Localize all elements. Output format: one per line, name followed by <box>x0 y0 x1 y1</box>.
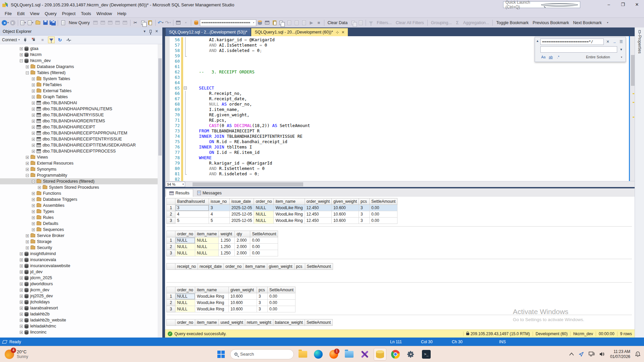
code-folding-margin[interactable]: − <box>183 36 187 181</box>
start-button[interactable] <box>215 348 227 361</box>
taskbar-clock[interactable]: 11:23 AM 01/07/2026 <box>610 349 630 359</box>
tree-item[interactable]: +Service Broker <box>0 233 162 239</box>
tree-item[interactable]: +dbo.TBLBANDHAIRECEIPTITEMUSEDKARIGAR <box>0 142 162 148</box>
tree-expander-icon[interactable]: + <box>32 210 35 213</box>
grid-cell[interactable]: 5 <box>209 218 230 224</box>
corner-cell[interactable] <box>167 231 175 237</box>
tree-item[interactable]: +dbo.TBLBANDHAIENTRYISSUE <box>0 112 162 118</box>
tree-item[interactable]: +jtcholidays <box>0 299 162 305</box>
find-expand-chevron-icon[interactable]: ▲ <box>536 39 539 43</box>
tree-item[interactable]: +hkcrm <box>0 52 162 58</box>
grid-cell[interactable]: 3 <box>359 218 370 224</box>
grid-splitter[interactable] <box>166 226 632 227</box>
column-header[interactable]: order_weight <box>305 198 331 205</box>
tree-expander-icon[interactable]: + <box>20 277 23 280</box>
panel-menu-icon[interactable]: ▾ <box>142 29 148 34</box>
row-number[interactable]: 3 <box>167 250 175 256</box>
grid-cell[interactable]: 3 <box>175 205 209 211</box>
tree-item[interactable]: +Views <box>0 154 162 160</box>
tree-item[interactable]: +jdworldtours <box>0 281 162 287</box>
tree-expander-icon[interactable]: + <box>32 89 35 93</box>
column-header[interactable]: issue_date <box>230 198 254 205</box>
minimize-button[interactable]: – <box>602 0 616 9</box>
horizontal-scrollbar-thumb[interactable] <box>193 182 303 186</box>
menu-help[interactable]: Help <box>115 10 129 17</box>
column-header[interactable]: SettleAmount <box>305 263 333 270</box>
grid-cell[interactable]: WoodLike Ring <box>195 306 229 312</box>
tree-item[interactable]: +jd_dev <box>0 269 162 275</box>
menu-query[interactable]: Query <box>42 10 59 17</box>
tree-expander-icon[interactable]: + <box>20 313 23 316</box>
column-header[interactable]: item_name <box>274 198 305 205</box>
grid-cell[interactable]: 0.00 <box>370 205 397 211</box>
tree-expander-icon[interactable]: + <box>32 114 35 117</box>
tree-item[interactable]: +dbo.TBLBANDHAIRECEIPTAPPROVALITEM <box>0 130 162 136</box>
settings-button[interactable] <box>405 348 417 361</box>
row-number[interactable]: 3 <box>167 218 175 224</box>
tree-item[interactable]: −Stored Procedures (filtered) <box>0 178 162 184</box>
column-header[interactable]: SettleAmount <box>268 287 296 293</box>
toolbar-overflow-icon[interactable]: ▾ <box>604 19 611 26</box>
find-next-icon[interactable]: → <box>612 40 617 44</box>
column-header[interactable]: item_name <box>195 319 219 326</box>
tree-expander-icon[interactable]: + <box>26 240 29 243</box>
grid-cell[interactable]: NULL <box>175 300 195 306</box>
toggle-bookmark-button[interactable]: Toggle Bookmark <box>494 20 531 25</box>
grid-cell[interactable]: 1.250 <box>219 250 235 256</box>
grid-cell[interactable]: 12.450 <box>305 211 331 218</box>
grid-cell[interactable]: NULL <box>175 293 195 300</box>
grid-cell[interactable]: 10.600 <box>229 300 257 306</box>
grid-splitter[interactable] <box>166 315 632 315</box>
tree-expander-icon[interactable]: + <box>20 258 23 261</box>
tree-expander-icon[interactable]: + <box>32 228 35 231</box>
find-input[interactable]: =====================*/ <box>540 39 604 45</box>
tree-item[interactable]: +dbo.TBLBANDHAIORDERITEMS <box>0 118 162 124</box>
tree-item[interactable]: +ladakhb2b_website <box>0 317 162 323</box>
tree-expander-icon[interactable]: + <box>20 53 23 56</box>
tree-item[interactable]: +Storage <box>0 239 162 245</box>
tree-expander-icon[interactable]: + <box>32 150 35 153</box>
grid-cell[interactable]: 3 <box>257 300 268 306</box>
query-designer-icon[interactable] <box>175 19 182 26</box>
tree-expander-icon[interactable]: + <box>20 331 23 334</box>
grid-cell[interactable]: NULL <box>175 306 195 312</box>
tab-pin-icon[interactable]: ⊹ <box>336 30 339 35</box>
visual-studio-button[interactable] <box>358 348 371 361</box>
volume-icon[interactable] <box>599 352 605 357</box>
row-number[interactable]: 3 <box>167 306 175 312</box>
column-header[interactable]: receipt_date <box>198 263 224 270</box>
zoom-select[interactable]: 94 %▾ <box>166 182 185 187</box>
tree-expander-icon[interactable]: − <box>20 59 23 62</box>
menu-tools[interactable]: Tools <box>78 10 94 17</box>
tree-item[interactable]: +ladakhb2b <box>0 311 162 317</box>
column-header[interactable]: SettleAmount <box>250 231 278 237</box>
tree-expander-icon[interactable]: + <box>20 252 23 255</box>
open-file-icon[interactable] <box>35 19 41 26</box>
tree-item[interactable]: +External Tables <box>0 88 162 94</box>
tree-item[interactable]: −hkcrm_dev <box>0 58 162 64</box>
column-header[interactable]: given_weight <box>229 287 257 293</box>
tree-item[interactable]: +jkcrm_dev <box>0 287 162 293</box>
column-header[interactable]: receipt_no <box>175 263 198 270</box>
tab-properties[interactable]: Properties <box>637 35 642 54</box>
grid-cell[interactable]: WoodLike Ring <box>274 205 305 211</box>
tree-expander-icon[interactable]: + <box>32 192 35 195</box>
tree-item[interactable]: −Tables (filtered) <box>0 70 162 76</box>
connect-plug-icon[interactable] <box>22 37 29 43</box>
grid-cell[interactable]: WoodLike Ring <box>274 218 305 224</box>
code-editor[interactable]: 5657585960616263646566676869707172737475… <box>165 36 635 181</box>
paste-icon[interactable] <box>147 19 154 26</box>
grid-cell[interactable]: NULL <box>175 237 195 244</box>
row-number[interactable]: 1 <box>167 237 175 244</box>
tree-item[interactable]: +Defaults <box>0 221 162 227</box>
column-header[interactable]: BandhaiIssueId <box>175 198 209 205</box>
grid-cell[interactable]: NULL <box>175 244 195 250</box>
tree-expander-icon[interactable]: + <box>32 83 35 86</box>
grid-cell[interactable]: 3 <box>257 293 268 300</box>
grid-cell[interactable]: 2.000 <box>235 244 250 250</box>
location-arrow-icon[interactable] <box>579 352 584 357</box>
tree-expander-icon[interactable]: + <box>20 270 23 274</box>
grid-cell[interactable]: 3 <box>359 211 370 218</box>
tray-chevron-up-icon[interactable] <box>569 353 574 356</box>
column-header[interactable]: given_weight <box>331 198 359 205</box>
